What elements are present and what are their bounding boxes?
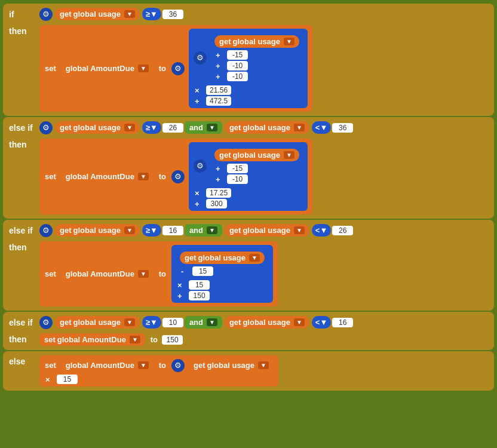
neg15-val-1[interactable]: -15 [227, 50, 248, 60]
amountdue-dd-5[interactable]: ▼ [138, 361, 149, 369]
and-block-2[interactable]: and ▼ [185, 121, 222, 134]
then-row-2: then set global AmountDue ▼ to ⚙ ⚙ [5, 136, 492, 217]
plus-row-3: + 150 [175, 291, 269, 300]
plus-op-1c: + [213, 72, 225, 81]
get-usage-3b[interactable]: get global usage ▼ [225, 224, 309, 237]
plus-neg10b-1: + -10 [213, 72, 300, 81]
else-if-row-2: else if ⚙ get global usage ▼ ≥▼ 26 and ▼… [5, 119, 492, 136]
to-label-5: to [157, 361, 168, 370]
else-if-keyword-2: else if [5, 121, 38, 135]
else-if-row-4: else if ⚙ get global usage ▼ ≥▼ 10 and ▼… [5, 314, 492, 331]
usage-dd-4a[interactable]: ▼ [124, 318, 135, 326]
usage-dd-3a[interactable]: ▼ [124, 226, 135, 234]
plus-val-2[interactable]: 300 [206, 199, 227, 208]
val-26[interactable]: 26 [162, 123, 183, 133]
neg15-val-2[interactable]: -15 [227, 164, 248, 173]
plus-row-2: + 300 [192, 199, 304, 208]
gear-icon-5[interactable]: ⚙ [171, 359, 185, 372]
plus-val-3[interactable]: 150 [189, 291, 210, 300]
val-10[interactable]: 10 [162, 318, 183, 327]
mult-val-5[interactable]: 15 [57, 375, 78, 384]
get-usage-1[interactable]: get global usage ▼ [55, 8, 140, 20]
compare-1[interactable]: ≥▼ [142, 8, 161, 20]
set-row-5: set global AmountDue ▼ to ⚙ get global u… [43, 358, 275, 373]
amountdue-dropdown-1[interactable]: ▼ [138, 65, 149, 72]
gear-icon-1[interactable]: ⚙ [39, 8, 53, 21]
usage-dd-2b[interactable]: ▼ [294, 124, 305, 131]
gear-icon-2b[interactable]: ⚙ [171, 170, 185, 183]
amountdue-dd-3[interactable]: ▼ [138, 270, 149, 278]
val-16[interactable]: 16 [162, 226, 183, 235]
usage-dd-1b[interactable]: ▼ [284, 38, 294, 45]
math-row-3a: get global usage ▼ - 15 [175, 247, 269, 279]
gear-icon-2[interactable]: ⚙ [39, 121, 53, 134]
set-amountdue-1[interactable]: global AmountDue ▼ [61, 62, 154, 75]
if-block-3: else if ⚙ get global usage ▼ ≥▼ 16 and ▼… [3, 220, 494, 311]
neg15-val-3[interactable]: 15 [192, 266, 213, 276]
usage-dd-3c[interactable]: ▼ [249, 254, 260, 262]
and-dd-3[interactable]: ▼ [207, 226, 217, 234]
val-36-2[interactable]: 36 [332, 123, 353, 133]
usage-dd-5[interactable]: ▼ [258, 361, 269, 369]
plus-op-1a: + [213, 51, 225, 60]
compare-3b[interactable]: <▼ [312, 224, 331, 237]
usage-dd-4b[interactable]: ▼ [294, 318, 305, 326]
compare-3a[interactable]: ≥▼ [142, 224, 161, 237]
gear-icon-1b[interactable]: ⚙ [171, 62, 185, 75]
get-usage-2a[interactable]: get global usage ▼ [55, 121, 140, 134]
usage-dd-2a[interactable]: ▼ [124, 124, 135, 131]
inner-math-1: get global usage ▼ + -15 [210, 31, 304, 84]
if-block-4: else if ⚙ get global usage ▼ ≥▼ 10 and ▼… [3, 312, 494, 350]
val-26-3[interactable]: 26 [332, 226, 353, 235]
set-amountdue-5[interactable]: global AmountDue ▼ [61, 359, 154, 372]
neg10a-val-1[interactable]: -10 [227, 61, 248, 70]
get-usage-2b[interactable]: get global usage ▼ [225, 121, 309, 134]
get-usage-4b[interactable]: get global usage ▼ [225, 316, 309, 329]
compare-4a[interactable]: ≥▼ [142, 316, 161, 329]
mult-val-1[interactable]: 21.56 [206, 85, 231, 95]
gear-icon-1c[interactable]: ⚙ [194, 51, 207, 65]
set-label-5: set [43, 361, 58, 370]
usage-dropdown-1[interactable]: ▼ [124, 10, 135, 18]
compare-2b[interactable]: <▼ [312, 121, 331, 134]
compare-2a[interactable]: ≥▼ [142, 121, 161, 134]
amountdue-dd-4[interactable]: ▼ [130, 336, 140, 343]
compare-4b[interactable]: <▼ [312, 316, 331, 329]
and-dd-2[interactable]: ▼ [207, 124, 217, 131]
if-block-1: if ⚙ get global usage ▼ ≥▼ 36 then set g… [3, 4, 494, 116]
plus-op-1d: + [192, 97, 204, 106]
get-usage-2c[interactable]: get global usage ▼ [214, 149, 299, 161]
mult-val-3[interactable]: 15 [189, 280, 210, 290]
set-val-150[interactable]: 150 [162, 335, 183, 345]
get-usage-3a[interactable]: get global usage ▼ [55, 224, 140, 237]
gear-icon-3[interactable]: ⚙ [39, 224, 53, 237]
gear-icon-4[interactable]: ⚙ [39, 316, 53, 329]
plus-neg10-2: + -10 [213, 174, 300, 184]
set-amountdue-4[interactable]: set global AmountDue ▼ [39, 333, 145, 346]
get-usage-1b[interactable]: get global usage ▼ [214, 35, 299, 48]
plus-op-1b: + [213, 62, 225, 70]
set-block-3: set global AmountDue ▼ to get [39, 241, 278, 306]
val-16-4[interactable]: 16 [332, 318, 353, 327]
and-block-4[interactable]: and ▼ [185, 316, 222, 329]
and-block-3[interactable]: and ▼ [185, 224, 222, 237]
get-usage-3c[interactable]: get global usage ▼ [180, 251, 265, 264]
neg10b-val-1[interactable]: -10 [227, 72, 248, 81]
and-dd-4[interactable]: ▼ [207, 318, 217, 326]
mult-val-2[interactable]: 17.25 [206, 188, 231, 198]
val-36-1[interactable]: 36 [162, 10, 183, 19]
usage-dd-3b[interactable]: ▼ [294, 226, 305, 234]
neg10-val-2[interactable]: -10 [227, 174, 248, 184]
plus-val-1[interactable]: 472.5 [206, 96, 231, 106]
set-amountdue-3[interactable]: global AmountDue ▼ [61, 268, 154, 280]
plus-neg10a-1: + -10 [213, 61, 300, 70]
get-usage-5[interactable]: get global usage ▼ [189, 359, 274, 372]
set-block-2: set global AmountDue ▼ to ⚙ ⚙ [39, 139, 312, 214]
get-usage-4a[interactable]: get global usage ▼ [55, 316, 140, 329]
set-amountdue-2[interactable]: global AmountDue ▼ [61, 170, 154, 183]
gear-icon-2c[interactable]: ⚙ [194, 159, 207, 173]
to-label-4: to [148, 335, 160, 344]
then-row-3: then set global AmountDue ▼ to [5, 239, 492, 309]
usage-dd-2c[interactable]: ▼ [284, 151, 294, 159]
amountdue-dd-2[interactable]: ▼ [138, 173, 149, 180]
